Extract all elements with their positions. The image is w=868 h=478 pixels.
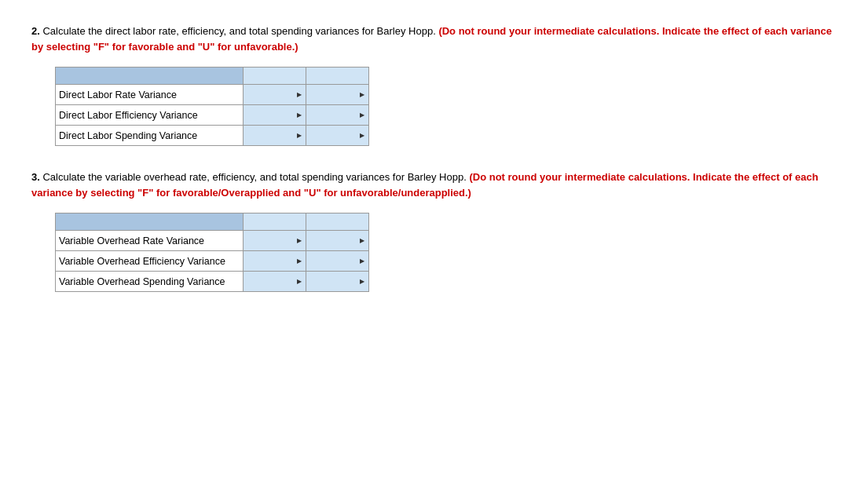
row-1-effect-cell[interactable] (306, 85, 369, 105)
row-3-effect-cell[interactable] (306, 126, 369, 146)
question-2-table: Direct Labor Rate Variance Direct Labor … (55, 67, 369, 146)
row-q3-2-value-cell[interactable] (244, 251, 306, 272)
table-3-header-label (56, 213, 244, 231)
table-row: Direct Labor Efficiency Variance (56, 105, 369, 126)
question-3-table: Variable Overhead Rate Variance Variable… (55, 213, 369, 292)
row-3-effect-dropdown[interactable] (357, 126, 367, 145)
row-2-effect-cell[interactable] (306, 105, 369, 126)
question-2-plain-text: Calculate the direct labor rate, efficie… (42, 25, 435, 37)
row-q3-1-label: Variable Overhead Rate Variance (56, 231, 244, 251)
row-2-effect-dropdown[interactable] (357, 105, 367, 125)
table-row: Variable Overhead Efficiency Variance (56, 251, 369, 272)
question-3-block: 3. Calculate the variable overhead rate,… (31, 170, 837, 292)
row-q3-3-value-dropdown[interactable] (295, 272, 304, 291)
row-q3-3-label: Variable Overhead Spending Variance (56, 272, 244, 292)
table-3-header-effect (306, 213, 369, 231)
row-1-label: Direct Labor Rate Variance (56, 85, 244, 105)
table-row: Direct Labor Rate Variance (56, 85, 369, 105)
row-q3-2-effect-cell[interactable] (306, 251, 369, 272)
row-1-effect-dropdown[interactable] (357, 85, 367, 104)
table-2-header-effect (306, 68, 369, 85)
row-2-value-dropdown[interactable] (295, 105, 304, 125)
table-2-header-label (56, 68, 244, 85)
table-row: Variable Overhead Spending Variance (56, 272, 369, 292)
row-1-value-cell[interactable] (244, 85, 306, 105)
row-q3-3-effect-cell[interactable] (306, 272, 369, 292)
row-q3-2-effect-dropdown[interactable] (357, 251, 367, 271)
row-2-label: Direct Labor Efficiency Variance (56, 105, 244, 126)
question-2-text: 2. Calculate the direct labor rate, effi… (31, 24, 837, 54)
question-3-plain-text: Calculate the variable overhead rate, ef… (42, 171, 466, 183)
row-3-value-dropdown[interactable] (295, 126, 304, 145)
question-3-number: 3. (31, 171, 40, 183)
row-q3-3-effect-dropdown[interactable] (357, 272, 367, 291)
question-3-text: 3. Calculate the variable overhead rate,… (31, 170, 837, 200)
row-q3-1-effect-cell[interactable] (306, 231, 369, 251)
row-1-value-dropdown[interactable] (295, 85, 304, 104)
row-q3-2-label: Variable Overhead Efficiency Variance (56, 251, 244, 272)
table-row: Variable Overhead Rate Variance (56, 231, 369, 251)
row-q3-1-value-dropdown[interactable] (295, 231, 304, 250)
row-3-value-cell[interactable] (244, 126, 306, 146)
row-q3-1-value-cell[interactable] (244, 231, 306, 251)
row-q3-2-value-dropdown[interactable] (295, 251, 304, 271)
table-2-header-value (244, 68, 306, 85)
question-2-number: 2. (31, 25, 40, 37)
row-3-label: Direct Labor Spending Variance (56, 126, 244, 146)
row-q3-3-value-cell[interactable] (244, 272, 306, 292)
row-q3-1-effect-dropdown[interactable] (357, 231, 367, 250)
row-2-value-cell[interactable] (244, 105, 306, 126)
table-row: Direct Labor Spending Variance (56, 126, 369, 146)
table-3-header-value (244, 213, 306, 231)
table-2-header-row (56, 68, 369, 85)
table-3-header-row (56, 213, 369, 231)
question-2-block: 2. Calculate the direct labor rate, effi… (31, 24, 837, 146)
